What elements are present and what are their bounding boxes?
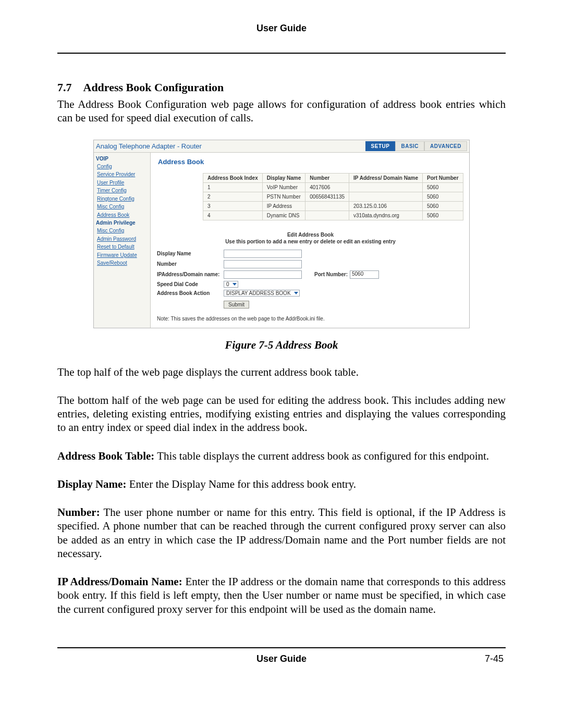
ip-domain-input[interactable] [224, 270, 302, 279]
speed-dial-select[interactable]: 0 [224, 281, 238, 288]
section-heading: 7.7Address Book Configuration [57, 81, 506, 94]
sidebar-item-admin-password[interactable]: Admin Password [97, 235, 147, 243]
cell: 5060 [422, 182, 463, 192]
page-header-title: User Guide [57, 23, 506, 34]
tab-basic[interactable]: BASIC [395, 141, 424, 151]
text: This table displays the current address … [154, 450, 489, 462]
cell [349, 182, 423, 192]
label: Number: [57, 506, 100, 519]
cell: IP Address [262, 201, 305, 211]
cell: 5060 [422, 201, 463, 211]
cell: VoIP Number [262, 182, 305, 192]
paragraph: IP Address/Domain Name: Enter the IP add… [57, 575, 506, 616]
cell: 4017606 [305, 182, 349, 192]
address-book-table: Address Book Index Display Name Number I… [203, 173, 463, 220]
paragraph: Address Book Table: This table displays … [57, 449, 506, 463]
paragraph: Number: The user phone number or name fo… [57, 505, 506, 560]
display-name-input[interactable] [224, 250, 302, 258]
paragraph: The bottom half of the web page can be u… [57, 393, 506, 435]
form-note: Note: This saves the addresses on the we… [157, 316, 464, 322]
sidebar-item-firmware[interactable]: Firmware Update [97, 251, 147, 260]
action-value: DISPLAY ADDRESS BOOK [226, 290, 291, 296]
edit-form: Display Name Number IPAddress/Domain nam… [157, 250, 464, 309]
sidebar-item-service-provider[interactable]: Service Provider [97, 170, 147, 179]
cell: 4 [203, 211, 263, 220]
bottom-divider [57, 647, 506, 648]
speed-dial-value: 0 [226, 281, 229, 287]
sidebar-item-misc-config[interactable]: Misc Config [97, 203, 147, 211]
sidebar-item-ringtone-config[interactable]: Ringtone Config [97, 195, 147, 203]
label-ip-domain: IPAddress/Domain name: [157, 272, 224, 277]
text: The user phone number or name for this e… [57, 506, 506, 560]
label: Address Book Table: [57, 450, 154, 462]
paragraph: The top half of the web page displays th… [57, 365, 506, 379]
panel-title: Address Book [158, 158, 464, 166]
label-port-number: Port Number: [302, 272, 350, 277]
section-number: 7.7 [57, 81, 72, 94]
sidebar-item-user-profile[interactable]: User Profile [97, 179, 147, 187]
edit-subtitle: Use this portion to add a new entry or d… [157, 239, 464, 244]
col-display: Display Name [262, 173, 305, 182]
sidebar-item-address-book[interactable]: Address Book [97, 211, 147, 219]
cell: 006568431135 [305, 192, 349, 201]
col-port: Port Number [422, 173, 463, 182]
cell: 2 [203, 192, 263, 201]
col-number: Number [305, 173, 349, 182]
label-speed-dial: Speed Dial Code [157, 281, 224, 287]
cell: v310ata.dyndns.org [349, 211, 423, 220]
app-titlebar: Analog Telephone Adapter - Router SETUP … [94, 140, 469, 153]
tab-advanced[interactable]: ADVANCED [424, 141, 467, 151]
top-divider [57, 53, 506, 54]
chevron-down-icon [232, 283, 237, 286]
sidebar-item-reset[interactable]: Reset to Default [97, 243, 147, 251]
label-action: Address Book Action [157, 290, 224, 296]
cell: 5060 [422, 211, 463, 220]
sidebar-item-timer-config[interactable]: Timer Config [97, 187, 147, 195]
action-select[interactable]: DISPLAY ADDRESS BOOK [224, 290, 300, 297]
sidebar-item-misc-config2[interactable]: Misc Config [97, 227, 147, 235]
port-number-input[interactable]: 5060 [350, 270, 379, 279]
sidebar-item-config[interactable]: Config [97, 163, 147, 171]
app-title: Analog Telephone Adapter - Router [96, 142, 202, 150]
label: Display Name: [57, 478, 126, 490]
chevron-down-icon [294, 292, 298, 294]
sidebar-group-admin: Admin Privilege [96, 220, 147, 226]
tab-setup[interactable]: SETUP [365, 141, 396, 151]
label-number: Number [157, 261, 224, 267]
cell: 5060 [422, 192, 463, 201]
col-ip: IP Address/ Domain Name [349, 173, 423, 182]
number-input[interactable] [224, 260, 302, 268]
figure-screenshot: Analog Telephone Adapter - Router SETUP … [93, 140, 470, 328]
table-row: 3 IP Address 203.125.0.106 5060 [203, 201, 463, 211]
cell: 1 [203, 182, 263, 192]
cell: Dynamic DNS [262, 211, 305, 220]
table-header-row: Address Book Index Display Name Number I… [203, 173, 463, 182]
sidebar: VOIP Config Service Provider User Profil… [94, 153, 151, 328]
table-row: 1 VoIP Number 4017606 5060 [203, 182, 463, 192]
page-footer: User Guide 7-45 [57, 653, 506, 664]
sidebar-item-save-reboot[interactable]: Save/Reboot [97, 259, 147, 267]
paragraph: Display Name: Enter the Display Name for… [57, 477, 506, 491]
col-index: Address Book Index [203, 173, 263, 182]
cell [349, 192, 423, 201]
footer-page-number: 7-45 [462, 653, 504, 664]
cell [305, 211, 349, 220]
figure-caption: Figure 7-5 Address Book [57, 339, 506, 352]
footer-title: User Guide [101, 653, 462, 664]
cell: 203.125.0.106 [349, 201, 423, 211]
main-panel: Address Book Address Book Index Display … [151, 153, 469, 328]
cell: PSTN Number [262, 192, 305, 201]
submit-button[interactable]: Submit [224, 301, 249, 309]
label: IP Address/Domain Name: [57, 575, 182, 588]
tab-bar: SETUP BASIC ADVANCED [365, 141, 467, 151]
sidebar-group-voip: VOIP [96, 156, 147, 162]
table-row: 4 Dynamic DNS v310ata.dyndns.org 5060 [203, 211, 463, 220]
section-intro: The Address Book Configuration web page … [57, 97, 506, 125]
label-display-name: Display Name [157, 251, 224, 256]
section-title: Address Book Configuration [83, 81, 224, 94]
cell [305, 201, 349, 211]
table-row: 2 PSTN Number 006568431135 5060 [203, 192, 463, 201]
text: Enter the Display Name for this address … [126, 478, 356, 490]
edit-title: Edit Address Book [157, 232, 464, 238]
cell: 3 [203, 201, 263, 211]
